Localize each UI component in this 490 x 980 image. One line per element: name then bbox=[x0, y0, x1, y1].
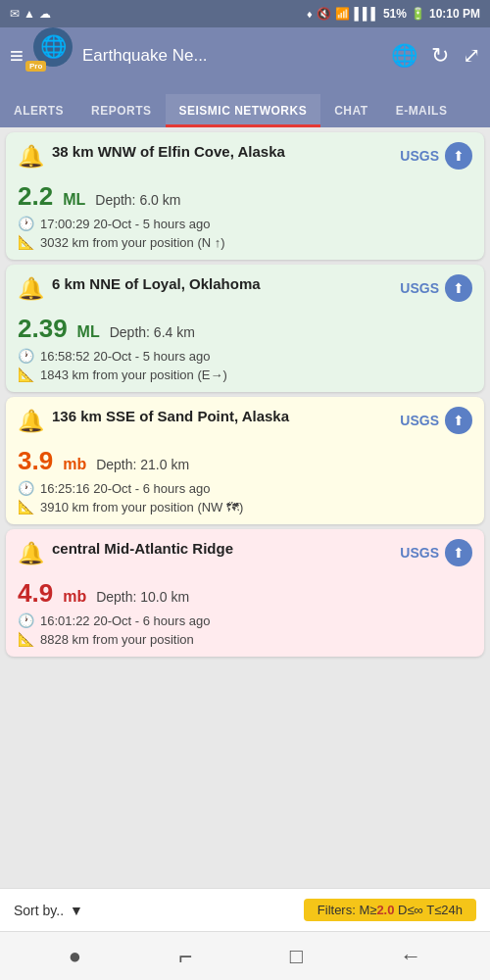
earthquake-alert-icon: 🔔 bbox=[18, 541, 44, 566]
app-title: Earthquake Ne... bbox=[82, 46, 208, 66]
source-label: USGS bbox=[400, 545, 439, 561]
source-label: USGS bbox=[400, 148, 439, 164]
earthquake-alert-icon: 🔔 bbox=[18, 409, 44, 434]
depth-label: Depth: 6.4 km bbox=[110, 324, 195, 340]
filter-badge[interactable]: Filters: M≥2.0 D≤∞ T≤24h bbox=[304, 899, 476, 921]
distance-icon: 📐 bbox=[18, 499, 34, 514]
time-text: 16:01:22 20-Oct - 6 hours ago bbox=[40, 613, 210, 628]
time-text: 16:25:16 20-Oct - 6 hours ago bbox=[40, 481, 210, 496]
sort-dropdown-icon: ▼ bbox=[70, 903, 83, 918]
depth-label: Depth: 21.0 km bbox=[96, 457, 189, 472]
pro-badge: Pro bbox=[25, 61, 46, 72]
status-right-icons: ⬧ 🔇 📶 ▌▌▌ 51% 🔋 10:10 PM bbox=[306, 7, 480, 21]
distance-text: 8828 km from your position bbox=[40, 632, 194, 647]
magnitude-value: 4.9 bbox=[18, 578, 53, 609]
signal-bars-icon: ▌▌▌ bbox=[354, 7, 379, 21]
wifi-icon: 📶 bbox=[335, 7, 350, 21]
expand-icon[interactable]: ⤢ bbox=[463, 43, 480, 69]
earthquake-title: 38 km WNW of Elfin Cove, Alaska bbox=[52, 142, 285, 162]
depth-label: Depth: 10.0 km bbox=[96, 589, 189, 605]
source-label: USGS bbox=[400, 280, 439, 296]
tab-seismic-networks[interactable]: SEISMIC NETWORKS bbox=[166, 94, 321, 127]
signal-icon: ☁ bbox=[39, 7, 51, 21]
distance-text: 3910 km from your position (NW 🗺) bbox=[40, 500, 243, 514]
message-icon: ✉ bbox=[10, 7, 20, 21]
earthquake-card: 🔔 central Mid-Atlantic Ridge USGS ⬆ 4.9m… bbox=[6, 529, 484, 657]
mute-icon: 🔇 bbox=[317, 7, 331, 21]
clock-icon: 🕐 bbox=[18, 612, 34, 628]
source-label: USGS bbox=[400, 413, 439, 428]
time-display: 10:10 PM bbox=[429, 7, 480, 21]
magnitude-type: ML bbox=[63, 191, 85, 209]
distance-icon: 📐 bbox=[18, 631, 34, 647]
globe-icon[interactable]: 🌐 bbox=[391, 43, 417, 69]
tab-alerts[interactable]: ALERTS bbox=[0, 94, 77, 127]
earthquake-alert-icon: 🔔 bbox=[18, 276, 44, 302]
earthquake-title: 136 km SSE of Sand Point, Alaska bbox=[52, 407, 289, 426]
magnitude-value: 3.9 bbox=[18, 446, 53, 476]
earthquake-card: 🔔 38 km WNW of Elfin Cove, Alaska USGS ⬆… bbox=[6, 132, 484, 260]
time-text: 17:00:29 20-Oct - 5 hours ago bbox=[40, 217, 210, 231]
earthquake-alert-icon: 🔔 bbox=[18, 144, 44, 170]
earthquake-card: 🔔 6 km NNE of Loyal, Oklahoma USGS ⬆ 2.3… bbox=[6, 265, 484, 392]
share-button[interactable]: ⬆ bbox=[445, 274, 472, 302]
sort-bar: Sort by.. ▼ Filters: M≥2.0 D≤∞ T≤24h bbox=[0, 888, 490, 931]
distance-icon: 📐 bbox=[18, 367, 34, 382]
navigation-bar: ● ⌐ □ ← bbox=[0, 931, 490, 980]
tab-chat[interactable]: CHAT bbox=[320, 94, 381, 127]
status-left-icons: ✉ ▲ ☁ bbox=[10, 7, 51, 21]
filter-prefix: Filters: M≥ bbox=[318, 903, 377, 917]
share-button[interactable]: ⬆ bbox=[445, 142, 472, 170]
home-nav-icon[interactable]: ● bbox=[69, 944, 81, 969]
tab-bar: ALERTS REPORTS SEISMIC NETWORKS CHAT E-M… bbox=[0, 84, 490, 127]
magnitude-type: mb bbox=[63, 588, 86, 606]
clock-icon: 🕐 bbox=[18, 216, 34, 231]
status-bar: ✉ ▲ ☁ ⬧ 🔇 📶 ▌▌▌ 51% 🔋 10:10 PM bbox=[0, 0, 490, 27]
distance-text: 3032 km from your position (N ↑) bbox=[40, 235, 225, 250]
refresh-icon[interactable]: ↻ bbox=[431, 43, 449, 69]
earthquake-title: central Mid-Atlantic Ridge bbox=[52, 539, 233, 559]
sort-label: Sort by.. bbox=[14, 903, 64, 918]
location-icon: ⬧ bbox=[306, 7, 313, 21]
tab-emails[interactable]: E-MAILS bbox=[382, 94, 462, 127]
filter-suffix: D≤∞ T≤24h bbox=[394, 903, 463, 917]
distance-icon: 📐 bbox=[18, 234, 34, 250]
recent-apps-nav-icon[interactable]: ⌐ bbox=[178, 943, 192, 970]
menu-icon[interactable]: ≡ bbox=[10, 42, 24, 70]
earthquake-list: 🔔 38 km WNW of Elfin Cove, Alaska USGS ⬆… bbox=[0, 127, 490, 888]
battery-icon: 🔋 bbox=[411, 7, 425, 21]
upload-icon: ▲ bbox=[24, 7, 35, 21]
time-text: 16:58:52 20-Oct - 5 hours ago bbox=[40, 349, 210, 364]
clock-icon: 🕐 bbox=[18, 480, 34, 496]
depth-label: Depth: 6.0 km bbox=[95, 192, 180, 208]
filter-magnitude: 2.0 bbox=[376, 903, 394, 917]
earthquake-title: 6 km NNE of Loyal, Oklahoma bbox=[52, 274, 261, 294]
magnitude-type: mb bbox=[63, 456, 86, 473]
battery-percent: 51% bbox=[383, 7, 407, 21]
share-button[interactable]: ⬆ bbox=[445, 539, 472, 566]
app-header: ≡ 🌐 Pro Earthquake Ne... 🌐 ↻ ⤢ bbox=[0, 27, 490, 84]
back-nav-icon[interactable]: ← bbox=[400, 944, 421, 969]
sort-button[interactable]: Sort by.. ▼ bbox=[14, 903, 83, 918]
earthquake-card: 🔔 136 km SSE of Sand Point, Alaska USGS … bbox=[6, 397, 484, 524]
clock-icon: 🕐 bbox=[18, 348, 34, 364]
share-button[interactable]: ⬆ bbox=[445, 407, 472, 434]
magnitude-value: 2.2 bbox=[18, 181, 53, 212]
tab-reports[interactable]: REPORTS bbox=[77, 94, 166, 127]
distance-text: 1843 km from your position (E→) bbox=[40, 368, 227, 382]
magnitude-type: ML bbox=[77, 323, 100, 341]
magnitude-value: 2.39 bbox=[18, 314, 68, 344]
recents-nav-icon[interactable]: □ bbox=[290, 944, 303, 969]
